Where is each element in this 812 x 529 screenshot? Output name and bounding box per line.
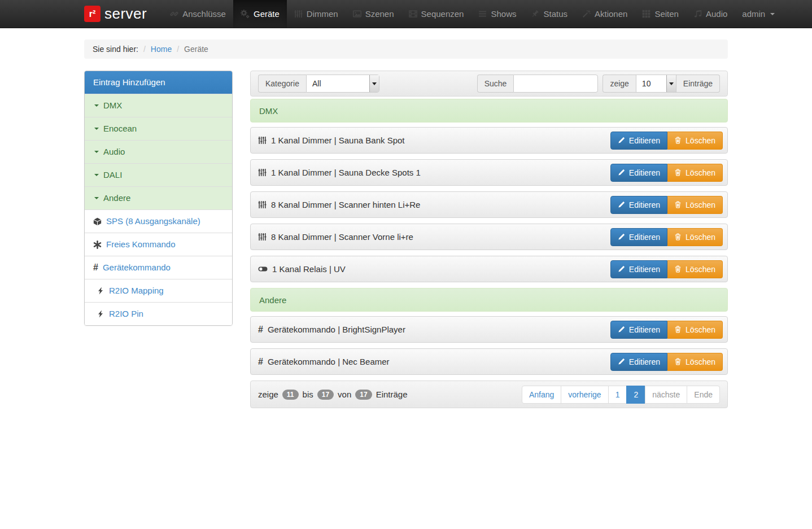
nav-item-label: Aktionen	[595, 9, 627, 19]
bolt-icon	[97, 287, 104, 295]
category-select[interactable]: All	[306, 75, 379, 93]
caret-down-icon	[94, 197, 99, 199]
nav-item-label: Geräte	[254, 9, 280, 19]
info-to-badge: 17	[317, 390, 334, 400]
pencil-icon	[618, 137, 625, 143]
nav-item-seiten[interactable]: Seiten	[635, 0, 686, 28]
edit-button[interactable]: Editieren	[610, 228, 667, 246]
brand-logo-square: r²	[84, 6, 101, 22]
page-1[interactable]: 1	[608, 386, 627, 404]
info-bis: bis	[303, 390, 313, 399]
delete-button[interactable]: Löschen	[667, 132, 723, 150]
link-icon	[170, 10, 178, 18]
sidebar-category-enocean[interactable]: Enocean	[85, 117, 232, 140]
delete-button[interactable]: Löschen	[667, 164, 723, 182]
device-row: # Gerätekommando | BrightSignPlayer Edit…	[250, 316, 728, 343]
brand-logo[interactable]: r² server	[84, 0, 147, 28]
delete-button[interactable]: Löschen	[667, 321, 723, 339]
pencil-icon	[618, 266, 625, 272]
device-label: # Gerätekommando | Nec Beamer	[258, 357, 390, 366]
device-label: 1 Kanal Dimmer | Sauna Bank Spot	[258, 135, 405, 145]
nav-item-status[interactable]: Status	[523, 0, 575, 28]
sidebar-entry-r2io-pin[interactable]: R2IO Pin	[85, 302, 232, 325]
page-vorherige[interactable]: vorherige	[561, 386, 608, 404]
nav-item-sequenzen[interactable]: Sequenzen	[401, 0, 472, 28]
edit-button[interactable]: Editieren	[610, 353, 667, 371]
nav-item-aktionen[interactable]: Aktionen	[575, 0, 635, 28]
sidebar-entry-geraetekommando[interactable]: # Gerätekommando	[85, 256, 232, 279]
pagination: Anfang vorherige 1 2 nächste Ende	[522, 386, 720, 404]
delete-button-label: Löschen	[686, 168, 715, 177]
breadcrumb-prefix: Sie sind hier:	[93, 45, 138, 54]
breadcrumb-separator: /	[143, 45, 146, 54]
row-actions: Editieren Löschen	[610, 260, 723, 278]
category-filter-group: Kategorie All	[258, 75, 379, 93]
delete-button-label: Löschen	[686, 357, 715, 366]
sliders-icon	[258, 168, 267, 177]
delete-button[interactable]: Löschen	[667, 228, 723, 246]
edit-button[interactable]: Editieren	[610, 321, 667, 339]
nav-item-label: Anschlüsse	[182, 9, 226, 19]
select-arrow-icon	[369, 75, 379, 92]
sidebar-category-audio[interactable]: Audio	[85, 140, 232, 163]
delete-button[interactable]: Löschen	[667, 196, 723, 214]
delete-button[interactable]: Löschen	[667, 260, 723, 278]
page-size-label: zeige	[603, 75, 635, 93]
device-label: 1 Kanal Dimmer | Sauna Decke Spots 1	[258, 168, 421, 177]
row-actions: Editieren Löschen	[610, 228, 723, 246]
edit-button[interactable]: Editieren	[610, 164, 667, 182]
magic-icon	[582, 10, 591, 18]
delete-button-label: Löschen	[686, 233, 715, 242]
sidebar-entry-r2io-mapping[interactable]: R2IO Mapping	[85, 279, 232, 302]
delete-button[interactable]: Löschen	[667, 353, 723, 371]
search-input[interactable]	[513, 75, 598, 93]
page-size-select[interactable]: 10	[636, 75, 676, 93]
page-2[interactable]: 2	[626, 386, 645, 404]
edit-button[interactable]: Editieren	[610, 196, 667, 214]
sidebar-category-dali[interactable]: DALI	[85, 163, 232, 186]
select-arrow-icon	[666, 75, 676, 92]
nav-item-anschluesse[interactable]: Anschlüsse	[163, 0, 233, 28]
caret-down-icon	[94, 128, 99, 130]
breadcrumb-separator: /	[177, 45, 179, 54]
sidebar-entry-freies-kommando[interactable]: Freies Kommando	[85, 233, 232, 256]
device-label: # Gerätekommando | BrightSignPlayer	[258, 325, 405, 334]
nav-item-label: Audio	[706, 9, 727, 19]
sidebar-entry-sps[interactable]: SPS (8 Ausgangskanäle)	[85, 209, 232, 233]
sidebar-category-andere[interactable]: Andere	[85, 186, 232, 209]
gears-icon	[241, 10, 250, 19]
sidebar-category-label: DALI	[103, 169, 122, 181]
breadcrumb-home-link[interactable]: Home	[151, 45, 172, 54]
device-name: 1 Kanal Dimmer | Sauna Bank Spot	[271, 135, 405, 145]
sidebar-category-label: DMX	[103, 100, 122, 111]
trash-icon	[674, 326, 682, 333]
device-name: 8 Kanal Dimmer | Scanner hinten Li+Re	[271, 200, 420, 209]
nav-item-admin-dropdown[interactable]: admin	[735, 0, 782, 28]
edit-button[interactable]: Editieren	[610, 260, 667, 278]
breadcrumb: Sie sind hier: / Home / Geräte	[84, 40, 728, 59]
info-von: von	[338, 390, 351, 399]
cube-icon	[93, 217, 102, 226]
nav-item-geraete[interactable]: Geräte	[233, 0, 287, 28]
row-actions: Editieren Löschen	[610, 321, 723, 339]
category-select-value: All	[307, 75, 369, 92]
nav-item-dimmen[interactable]: Dimmen	[287, 0, 346, 28]
device-name: Gerätekommando | BrightSignPlayer	[268, 325, 405, 334]
nav-item-shows[interactable]: Shows	[471, 0, 523, 28]
edit-button-label: Editieren	[629, 200, 660, 209]
nav-item-label: Dimmen	[307, 9, 338, 19]
nav-item-label: Seiten	[654, 9, 679, 19]
nav-item-szenen[interactable]: Szenen	[346, 0, 401, 28]
device-row: 8 Kanal Dimmer | Scanner hinten Li+Re Ed…	[250, 191, 728, 218]
sliders-icon	[258, 233, 267, 241]
sidebar-category-dmx[interactable]: DMX	[85, 94, 232, 117]
bolt-icon	[97, 310, 104, 318]
page-anfang[interactable]: Anfang	[522, 386, 561, 404]
nav-item-audio[interactable]: Audio	[686, 0, 735, 28]
delete-button-label: Löschen	[686, 265, 715, 274]
hashtag-icon: #	[258, 326, 263, 334]
row-actions: Editieren Löschen	[610, 132, 723, 150]
edit-button[interactable]: Editieren	[610, 132, 667, 150]
film-icon	[409, 10, 417, 18]
pencil-icon	[618, 326, 625, 333]
